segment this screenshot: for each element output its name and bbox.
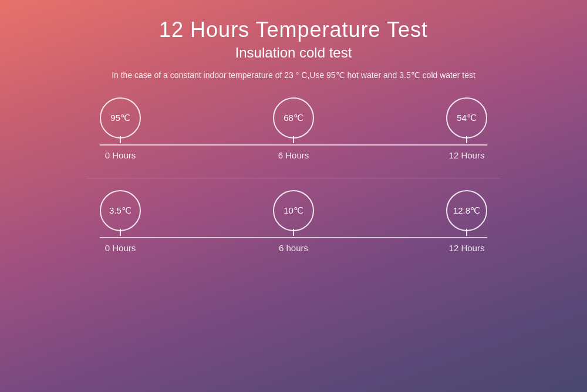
hot-temp-2: 54℃	[446, 97, 487, 138]
cold-label-1: 6 hours	[273, 243, 314, 253]
hot-test-section: 95℃ 68℃ 54℃ 0 Hours 6 Hours 12	[35, 97, 552, 160]
cold-temp-0: 3.5℃	[100, 190, 141, 231]
cold-label-2: 12 Hours	[446, 243, 487, 253]
cold-test-section: 3.5℃ 10℃ 12.8℃ 0 Hours 6 hours	[35, 190, 552, 253]
cold-labels-row: 0 Hours 6 hours 12 Hours	[100, 243, 487, 253]
page-title: 12 Hours Temperature Test	[159, 18, 428, 42]
hot-bubbles-row: 95℃ 68℃ 54℃	[100, 97, 487, 138]
hot-label-2: 12 Hours	[446, 150, 487, 160]
cold-label-0: 0 Hours	[100, 243, 141, 253]
hot-bubble-2: 54℃	[446, 97, 487, 138]
hot-bubble-0: 95℃	[100, 97, 141, 138]
cold-bubble-2: 12.8℃	[446, 190, 487, 231]
page-subtitle: Insulation cold test	[235, 45, 352, 61]
hot-timeline-line	[100, 144, 487, 146]
cold-bubbles-row: 3.5℃ 10℃ 12.8℃	[100, 190, 487, 231]
hot-temp-1: 68℃	[273, 97, 314, 138]
main-background: 12 Hours Temperature Test Insulation col…	[0, 0, 587, 392]
cold-temp-2: 12.8℃	[446, 190, 487, 231]
hot-timeline: 95℃ 68℃ 54℃ 0 Hours 6 Hours 12	[100, 97, 487, 160]
cold-bubble-1: 10℃	[273, 190, 314, 231]
hot-labels-row: 0 Hours 6 Hours 12 Hours	[100, 150, 487, 160]
hot-label-0: 0 Hours	[100, 150, 141, 160]
cold-bubble-0: 3.5℃	[100, 190, 141, 231]
cold-timeline: 3.5℃ 10℃ 12.8℃ 0 Hours 6 hours	[100, 190, 487, 253]
cold-timeline-line	[100, 237, 487, 238]
cold-temp-1: 10℃	[273, 190, 314, 231]
hot-label-1: 6 Hours	[273, 150, 314, 160]
hot-temp-0: 95℃	[100, 97, 141, 138]
hot-bubble-1: 68℃	[273, 97, 314, 138]
page-description: In the case of a constant indoor tempera…	[112, 70, 475, 80]
section-separator	[87, 178, 500, 178]
